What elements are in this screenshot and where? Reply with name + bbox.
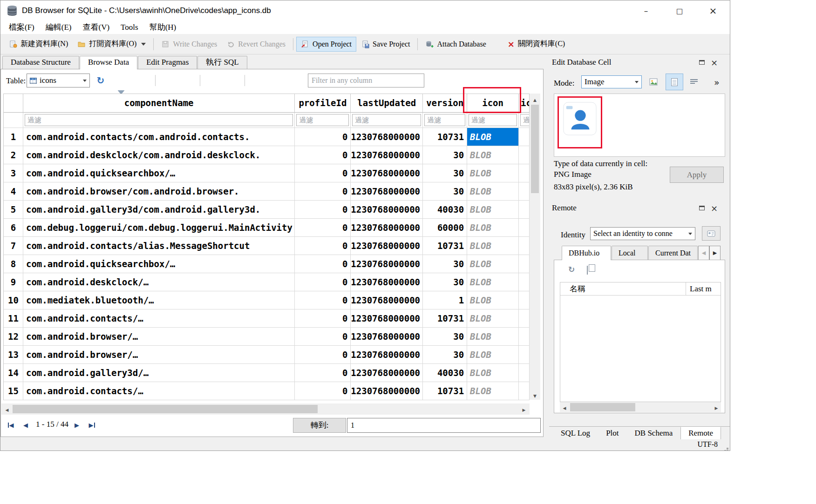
cell-icon[interactable]: BLOB xyxy=(467,201,519,219)
toolbar-overflow-icon[interactable]: » xyxy=(714,77,720,87)
remote-clone-button[interactable] xyxy=(587,266,588,275)
cell-profileid[interactable]: 0 xyxy=(295,201,351,219)
row-number-header[interactable]: 5 xyxy=(4,201,23,219)
cell-componentname[interactable]: com.android.contacts/… xyxy=(23,309,295,328)
save-project-button[interactable]: Save Project xyxy=(356,37,415,52)
minimize-button[interactable] xyxy=(635,0,657,21)
row-number-header[interactable]: 6 xyxy=(4,219,23,237)
remote-refresh-button[interactable]: ↻ xyxy=(568,265,575,274)
remote-list-header-name[interactable]: 名稱 xyxy=(560,282,686,295)
row-number-header[interactable]: 12 xyxy=(4,328,23,346)
row-number-header[interactable]: 11 xyxy=(4,309,23,328)
cell-icon[interactable]: BLOB xyxy=(467,291,519,309)
remote-horizontal-scrollbar[interactable] xyxy=(560,402,721,412)
cell-overflow[interactable] xyxy=(519,291,530,309)
cell-componentname[interactable]: com.debug.loggerui/com.debug.loggerui.Ma… xyxy=(23,219,295,237)
maximize-button[interactable] xyxy=(669,0,690,21)
tab-scroll-left-button[interactable]: ◀ xyxy=(698,246,709,260)
cell-lastupdated[interactable]: 1230768000000 xyxy=(351,182,423,201)
cell-profileid[interactable]: 0 xyxy=(295,382,351,400)
remote-list-header-lastmodified[interactable]: Last m xyxy=(686,282,721,295)
cell-version[interactable]: 30 xyxy=(423,164,467,182)
new-database-button[interactable]: 新建資料庫(N) xyxy=(4,36,73,52)
scroll-down-button[interactable] xyxy=(530,390,540,399)
cell-profileid[interactable]: 0 xyxy=(295,128,351,146)
identity-settings-button[interactable] xyxy=(702,226,721,241)
filter-overflow-input[interactable] xyxy=(520,114,530,126)
dock-tab-plot[interactable]: Plot xyxy=(598,427,626,440)
filter-componentname-input[interactable] xyxy=(25,114,293,126)
cell-componentname[interactable]: com.android.contacts/… xyxy=(23,382,295,400)
close-button[interactable] xyxy=(702,0,724,21)
cell-overflow[interactable] xyxy=(519,309,530,328)
cell-overflow[interactable] xyxy=(519,382,530,400)
dock-tab-sql-log[interactable]: SQL Log xyxy=(553,427,598,440)
cell-overflow[interactable] xyxy=(519,182,530,201)
encoding-indicator[interactable]: UTF-8 xyxy=(697,440,718,449)
import-image-button[interactable] xyxy=(646,74,661,89)
cell-version[interactable]: 10731 xyxy=(423,382,467,400)
open-project-button[interactable]: Open Project xyxy=(296,37,356,52)
horizontal-scrollbar-thumb[interactable] xyxy=(13,405,318,413)
cell-profileid[interactable]: 0 xyxy=(295,237,351,255)
attach-database-button[interactable]: Attach Database xyxy=(421,37,490,52)
cell-profileid[interactable]: 0 xyxy=(295,219,351,237)
cell-version[interactable]: 30 xyxy=(423,328,467,346)
horizontal-scrollbar[interactable] xyxy=(1,403,530,415)
cell-icon[interactable]: BLOB xyxy=(467,146,519,164)
cell-componentname[interactable]: com.android.gallery3d/… xyxy=(23,364,295,382)
cell-componentname[interactable]: com.android.contacts/alias.MessageShortc… xyxy=(23,237,295,255)
column-header-icon[interactable]: icon xyxy=(467,94,519,113)
menu-edit[interactable]: 編輯(E) xyxy=(40,21,77,34)
tab-edit-pragmas[interactable]: Edit Pragmas xyxy=(138,56,197,69)
row-number-header[interactable]: 8 xyxy=(4,255,23,273)
text-mode-toggle-button[interactable] xyxy=(666,74,683,90)
write-changes-button[interactable]: Write Changes xyxy=(156,37,222,52)
cell-version[interactable]: 10731 xyxy=(423,237,467,255)
cell-overflow[interactable] xyxy=(519,255,530,273)
cell-profileid[interactable]: 0 xyxy=(295,182,351,201)
close-database-button[interactable]: × 關閉資料庫(C) xyxy=(503,36,570,52)
filter-profileid-input[interactable] xyxy=(296,114,349,126)
cell-icon[interactable]: BLOB xyxy=(467,182,519,201)
column-header-overflow[interactable]: ic xyxy=(519,94,530,113)
row-number-header[interactable]: 13 xyxy=(4,346,23,364)
cell-icon[interactable]: BLOB xyxy=(467,364,519,382)
first-page-button[interactable]: ◀ xyxy=(4,419,17,431)
cell-lastupdated[interactable]: 1230768000000 xyxy=(351,255,423,273)
cell-icon[interactable]: BLOB xyxy=(467,237,519,255)
cell-icon[interactable]: BLOB xyxy=(467,219,519,237)
tab-database-structure[interactable]: Database Structure xyxy=(2,56,79,69)
row-number-header[interactable]: 2 xyxy=(4,146,23,164)
cell-lastupdated[interactable]: 1230768000000 xyxy=(351,291,423,309)
cell-version[interactable]: 30 xyxy=(423,182,467,201)
global-filter-input[interactable] xyxy=(308,74,424,87)
cell-version[interactable]: 10731 xyxy=(423,128,467,146)
horizontal-scrollbar-thumb[interactable] xyxy=(570,403,635,411)
column-header-componentname[interactable]: componentName xyxy=(23,94,295,113)
remote-tab-dbhubio[interactable]: DBHub.io xyxy=(562,246,611,260)
cell-overflow[interactable] xyxy=(519,164,530,182)
row-number-header[interactable]: 10 xyxy=(4,291,23,309)
cell-componentname[interactable]: com.android.quicksearchbox/… xyxy=(23,255,295,273)
tab-browse-data[interactable]: Browse Data xyxy=(80,56,137,69)
column-header-lastupdated[interactable]: lastUpdated xyxy=(351,94,423,113)
cell-icon[interactable]: BLOB xyxy=(467,273,519,291)
cell-overflow[interactable] xyxy=(519,146,530,164)
column-header-profileid[interactable]: profileId xyxy=(295,94,351,113)
remote-tab-local[interactable]: Local xyxy=(612,246,648,260)
cell-overflow[interactable] xyxy=(519,364,530,382)
dock-tab-remote[interactable]: Remote xyxy=(680,427,721,440)
cell-version[interactable]: 60000 xyxy=(423,219,467,237)
dock-float-icon[interactable] xyxy=(699,206,705,210)
cell-componentname[interactable]: com.android.contacts/com.android.contact… xyxy=(23,128,295,146)
table-selector[interactable]: icons xyxy=(27,74,90,87)
apply-button[interactable]: Apply xyxy=(670,167,724,183)
row-number-header[interactable]: 1 xyxy=(4,128,23,146)
cell-profileid[interactable]: 0 xyxy=(295,255,351,273)
tab-scroll-right-button[interactable]: ▶ xyxy=(709,246,721,260)
cell-lastupdated[interactable]: 1230768000000 xyxy=(351,346,423,364)
previous-page-button[interactable]: ◀ xyxy=(19,419,32,431)
scroll-right-button[interactable] xyxy=(712,402,721,412)
row-number-header[interactable]: 3 xyxy=(4,164,23,182)
